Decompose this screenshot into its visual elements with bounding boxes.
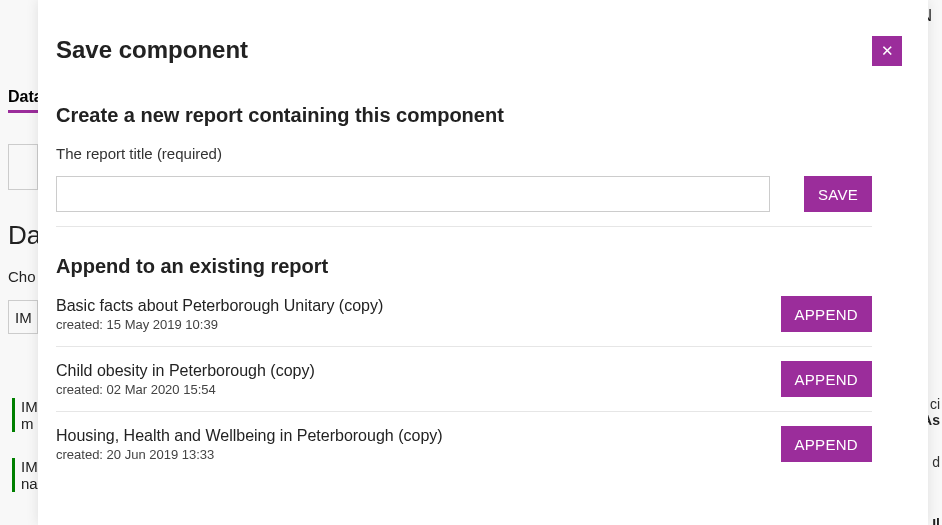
- bg-list-l1: IM: [21, 458, 38, 475]
- bg-list-l1: IM: [21, 398, 38, 415]
- report-created: created: 20 Jun 2019 13:33: [56, 447, 443, 462]
- append-button[interactable]: APPEND: [781, 426, 873, 462]
- report-title: Child obesity in Peterborough (copy): [56, 362, 315, 380]
- report-title-input[interactable]: [56, 176, 770, 212]
- bg-right-text: d: [932, 454, 940, 470]
- bg-list-l2: m: [21, 415, 38, 432]
- report-title: Housing, Health and Wellbeing in Peterbo…: [56, 427, 443, 445]
- bg-list-item[interactable]: IM na: [12, 458, 38, 492]
- bg-subhead: Cho: [8, 268, 36, 285]
- close-button[interactable]: ✕: [872, 36, 902, 66]
- append-heading: Append to an existing report: [56, 255, 872, 278]
- report-created: created: 15 May 2019 10:39: [56, 317, 383, 332]
- bg-input[interactable]: IM: [8, 300, 38, 334]
- modal-title: Save component: [56, 36, 872, 64]
- save-button[interactable]: SAVE: [804, 176, 872, 212]
- bg-right-text: ci: [930, 396, 940, 412]
- row-divider: [56, 411, 872, 412]
- bg-box: [8, 144, 38, 190]
- existing-report-row: Housing, Health and Wellbeing in Peterbo…: [56, 426, 872, 462]
- append-button[interactable]: APPEND: [781, 296, 873, 332]
- report-title-label: The report title (required): [56, 145, 872, 162]
- report-title: Basic facts about Peterborough Unitary (…: [56, 297, 383, 315]
- bg-right-text: Il: [932, 516, 940, 525]
- append-button[interactable]: APPEND: [781, 361, 873, 397]
- report-created: created: 02 Mar 2020 15:54: [56, 382, 315, 397]
- existing-report-row: Child obesity in Peterborough (copy) cre…: [56, 361, 872, 397]
- bg-list-item[interactable]: IM m: [12, 398, 38, 432]
- existing-report-row: Basic facts about Peterborough Unitary (…: [56, 296, 872, 332]
- close-icon: ✕: [881, 42, 894, 60]
- row-divider: [56, 346, 872, 347]
- section-divider: [56, 226, 872, 227]
- save-component-modal: Save component ✕ Create a new report con…: [38, 0, 928, 525]
- create-report-heading: Create a new report containing this comp…: [56, 104, 872, 127]
- bg-list-l2: na: [21, 475, 38, 492]
